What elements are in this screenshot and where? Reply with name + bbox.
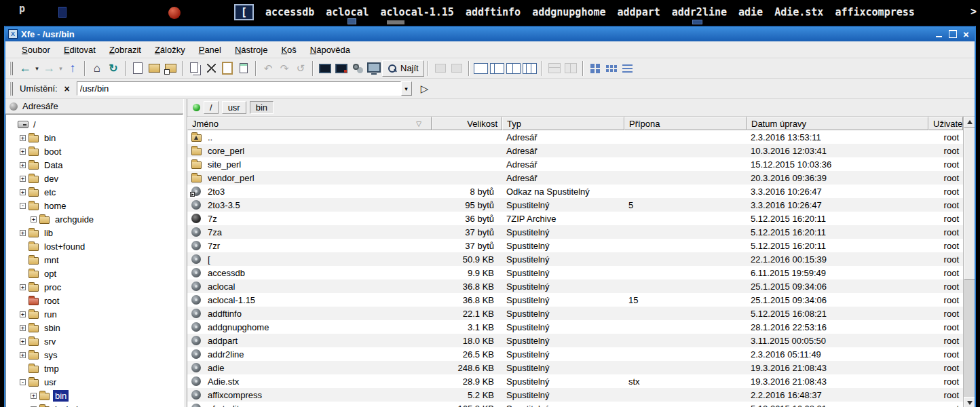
scroll-up-button[interactable] (964, 117, 975, 128)
tree-item-include[interactable]: +include (6, 402, 183, 407)
scroll-thumb[interactable] (964, 128, 975, 280)
tree-item-archguide[interactable]: +archguide (6, 212, 183, 226)
tree-item-dev[interactable]: +dev (6, 172, 183, 185)
back-arrow-button[interactable] (17, 60, 33, 77)
file-row[interactable]: [50.9 KBSpustitelný22.1.2016 00:15:39roo… (187, 252, 963, 266)
taskbar-item[interactable]: aclocal (326, 6, 369, 18)
tree-two-panels-button[interactable] (522, 60, 538, 77)
small-icons-button[interactable] (603, 60, 620, 77)
move-button[interactable] (235, 60, 252, 77)
tree-item-lib[interactable]: +lib (6, 226, 183, 239)
taskbar-item[interactable]: Adie.stx (774, 6, 823, 18)
expand-icon[interactable]: + (20, 162, 26, 168)
taskbar-item[interactable]: affixcompress (835, 6, 914, 18)
terminal-button[interactable] (317, 60, 333, 77)
one-panel-button[interactable] (473, 60, 489, 77)
menu-zobrazit[interactable]: Zobrazit (102, 43, 148, 56)
file-row[interactable]: 7za37 bytůSpustitelný5.12.2015 16:20:11r… (187, 225, 963, 239)
taskbar-item[interactable]: adie (738, 6, 763, 18)
location-dropdown-button[interactable] (401, 81, 412, 96)
file-row[interactable]: affixcompress5.2 KBSpustitelný2.2.2016 1… (187, 388, 963, 402)
file-row[interactable]: addftinfo22.1 KBSpustitelný5.12.2015 16:… (187, 307, 963, 320)
expand-icon[interactable]: + (20, 149, 26, 155)
file-row[interactable]: ..Adresář2.3.2016 13:53:11root (187, 130, 963, 144)
minimize-button[interactable] (933, 29, 945, 39)
toolbar-grip[interactable] (10, 62, 13, 75)
file-row[interactable]: 7zr37 bytůSpustitelný5.12.2015 16:20:11r… (187, 239, 963, 252)
tree-item-opt[interactable]: opt (6, 267, 183, 280)
find-button[interactable]: Najít (382, 60, 424, 77)
up-arrow-button[interactable] (64, 60, 81, 77)
back-history-dropdown-button[interactable] (33, 60, 41, 77)
file-row[interactable]: aclocal-1.1536.8 KBSpustitelný1525.1.201… (187, 293, 963, 307)
tree-item-tmp[interactable]: tmp (6, 362, 183, 375)
location-bar-grip[interactable] (10, 82, 13, 96)
tree-item-sbin[interactable]: +sbin (6, 321, 183, 334)
column-header-4[interactable]: Datum úpravy (747, 117, 928, 130)
expand-icon[interactable]: + (20, 135, 26, 141)
display-button[interactable] (366, 60, 382, 77)
taskbar-item[interactable]: addpart (618, 6, 660, 18)
breadcrumb-item[interactable]: bin (250, 101, 274, 114)
file-row[interactable]: afmtodit165.8 KBSpustitelný5.12.2015 16:… (187, 402, 963, 407)
menu-nastroje[interactable]: Nástroje (228, 43, 274, 56)
expand-icon[interactable]: + (20, 189, 26, 195)
tree-item-run[interactable]: +run (6, 307, 183, 321)
tree-item-proc[interactable]: +proc (6, 280, 183, 294)
column-header-0[interactable]: Jméno (187, 117, 432, 130)
tree-item-[interactable]: / (6, 117, 183, 131)
tree-item-boot[interactable]: +boot (6, 144, 183, 158)
file-row[interactable]: aclocal36.8 KBSpustitelný25.1.2015 09:34… (187, 279, 963, 293)
big-icons-button[interactable] (587, 60, 603, 77)
location-input[interactable] (77, 81, 401, 96)
taskbar-item[interactable]: addgnupghome (532, 6, 605, 18)
file-row[interactable]: vendor_perlAdresář20.3.2016 09:36:39root (187, 171, 963, 185)
column-header-2[interactable]: Typ (502, 117, 624, 130)
collapse-icon[interactable]: - (20, 379, 26, 385)
expand-icon[interactable]: + (20, 230, 26, 236)
expand-icon[interactable]: + (20, 284, 26, 290)
file-row[interactable]: site_perlAdresář15.12.2015 10:03:36root (187, 157, 963, 171)
column-header-5[interactable]: Uživatel (928, 117, 963, 130)
column-header-1[interactable]: Velikost (432, 117, 502, 130)
file-row[interactable]: adie248.6 KBSpustitelný19.3.2016 21:08:4… (187, 361, 963, 374)
menu-napoveda[interactable]: Nápověda (303, 43, 357, 56)
tree-item-etc[interactable]: +etc (6, 185, 183, 199)
tree-item-root[interactable]: root (6, 294, 183, 307)
menu-kos[interactable]: Koš (274, 43, 303, 56)
new-folder-button[interactable] (146, 60, 162, 77)
refresh-button[interactable] (105, 60, 121, 77)
tree-item-lostfound[interactable]: lost+found (6, 239, 183, 253)
vertical-scrollbar[interactable] (963, 117, 975, 407)
tree-item-home[interactable]: -home (6, 199, 183, 212)
taskbar-item[interactable]: addr2line (672, 6, 727, 18)
expand-icon[interactable]: + (20, 325, 26, 331)
file-row[interactable]: 7z36 bytů7ZIP Archive5.12.2015 16:20:11r… (187, 212, 963, 225)
file-row[interactable]: 2to3-3.595 bytůSpustitelný53.3.2016 10:2… (187, 198, 963, 212)
new-file-button[interactable] (130, 60, 146, 77)
breadcrumb-item[interactable]: / (204, 101, 219, 114)
maximize-button[interactable] (947, 29, 958, 39)
detailed-list-button[interactable] (620, 60, 636, 77)
file-row[interactable]: Adie.stx28.9 KBSpustitelnýstx19.3.2016 2… (187, 374, 963, 388)
settings-gears-button[interactable] (350, 60, 366, 77)
column-header-3[interactable]: Přípona (624, 117, 747, 130)
clear-location-icon[interactable]: × (62, 83, 73, 94)
tree-panel-button[interactable] (489, 60, 506, 77)
file-row[interactable]: addpart18.0 KBSpustitelný3.11.2015 00:05… (187, 334, 963, 347)
file-row[interactable]: accessdb9.9 KBSpustitelný6.11.2015 19:59… (187, 266, 963, 279)
scroll-down-button[interactable] (964, 397, 975, 407)
expand-icon[interactable]: + (20, 176, 26, 182)
titlebar[interactable]: X Xfe - /usr/bin (5, 26, 975, 41)
file-row[interactable]: core_perlAdresář10.3.2016 12:03:41root (187, 144, 963, 157)
file-row[interactable]: 2to38 bytůOdkaz na Spustitelný3.3.2016 1… (187, 185, 963, 198)
cut-button[interactable] (203, 60, 219, 77)
taskbar-item[interactable]: addftinfo (466, 6, 521, 18)
copy-button[interactable] (187, 60, 203, 77)
tree-item-bin[interactable]: +bin (6, 389, 183, 402)
root-terminal-button[interactable] (333, 60, 350, 77)
expand-icon[interactable]: + (20, 352, 26, 358)
tree-item-bin[interactable]: +bin (6, 131, 183, 144)
file-row[interactable]: addr2line26.5 KBSpustitelný2.3.2016 05:1… (187, 347, 963, 361)
breadcrumb-item[interactable]: usr (222, 101, 246, 114)
